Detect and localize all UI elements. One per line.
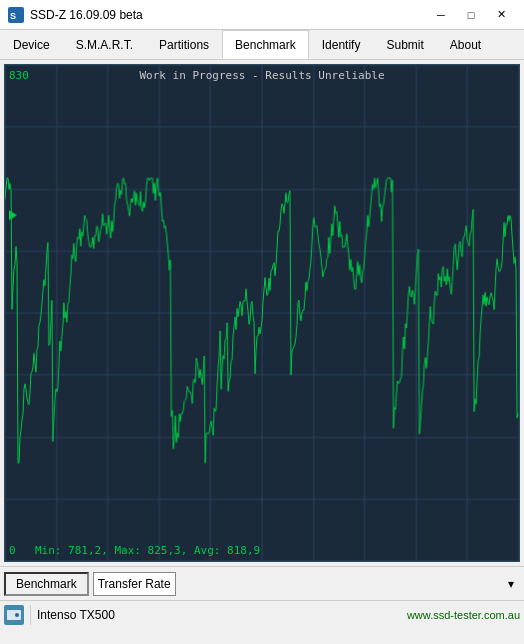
svg-point-3 [15,613,19,617]
benchmark-chart: 830 Work in Progress - Results Unreliabl… [4,64,520,562]
transfer-rate-wrapper: Transfer Rate [93,572,520,596]
benchmark-button[interactable]: Benchmark [4,572,89,596]
title-bar: S SSD-Z 16.09.09 beta ─ □ ✕ [0,0,524,30]
chart-title: Work in Progress - Results Unreliable [139,69,384,82]
close-button[interactable]: ✕ [486,5,516,25]
chart-y-max: 830 [9,69,29,82]
drive-icon [4,605,24,625]
menu-item-identify[interactable]: Identify [309,30,374,59]
menu-item-device[interactable]: Device [0,30,63,59]
title-bar-left: S SSD-Z 16.09.09 beta [8,7,143,23]
website-url: www.ssd-tester.com.au [407,609,520,621]
window-title: SSD-Z 16.09.09 beta [30,8,143,22]
menu-item-about[interactable]: About [437,30,494,59]
svg-text:S: S [10,11,16,21]
app-icon: S [8,7,24,23]
drive-name: Intenso TX500 [37,608,115,622]
chart-y-min: 0 [9,544,16,557]
bottom-bar: Benchmark Transfer Rate [0,566,524,600]
maximize-button[interactable]: □ [456,5,486,25]
transfer-rate-select[interactable]: Transfer Rate [93,572,176,596]
menu-bar: Device S.M.A.R.T. Partitions Benchmark I… [0,30,524,60]
menu-item-benchmark[interactable]: Benchmark [222,30,309,59]
status-bar: Intenso TX500 www.ssd-tester.com.au [0,600,524,628]
menu-item-submit[interactable]: Submit [373,30,436,59]
chart-stats: Min: 781,2, Max: 825,3, Avg: 818,9 [35,544,260,557]
menu-item-partitions[interactable]: Partitions [146,30,222,59]
minimize-button[interactable]: ─ [426,5,456,25]
menu-item-smart[interactable]: S.M.A.R.T. [63,30,146,59]
chart-canvas [5,65,519,561]
status-divider [30,605,31,625]
window-controls: ─ □ ✕ [426,5,516,25]
